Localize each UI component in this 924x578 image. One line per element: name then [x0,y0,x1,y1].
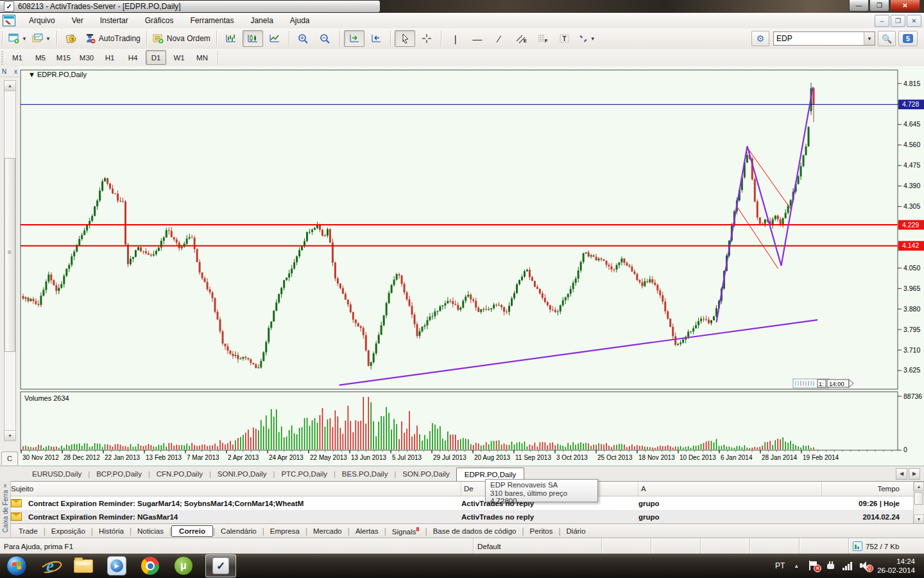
taskbar-media-player[interactable]: ▶ [100,554,133,578]
chart-tab-bcp-po-daily[interactable]: BCP.PO,Daily [90,468,148,480]
menu-item-ferramentas[interactable]: Ferramentas [182,14,242,27]
crosshair-tool-button[interactable] [416,30,437,47]
taskbar-chrome[interactable] [133,554,167,578]
timeframe-mn[interactable]: MN [192,50,212,65]
mail-row[interactable]: Contract Expiration Reminder: SugarMar14… [0,496,924,510]
toolbox-tab-alertas[interactable]: Alertas [350,526,384,536]
zoom-in-button[interactable] [293,30,314,47]
speaker-muted-icon[interactable]: ⃠ [860,561,871,571]
timeframe-m15[interactable]: M15 [53,50,74,65]
timeframe-d1[interactable]: D1 [146,50,166,65]
toolbox-tab-exposição[interactable]: Exposição [46,526,91,536]
timeframe-m1[interactable]: M1 [7,50,28,65]
tray-clock[interactable]: 14:24 26-02-2014 [877,557,915,575]
timeframe-w1[interactable]: W1 [169,50,189,65]
toolbox-tab-mercado[interactable]: Mercado [307,526,348,536]
scroll-down-icon[interactable]: ▼ [4,430,15,441]
toolbox-tab-trade[interactable]: Trade [13,526,44,536]
text-tool-button[interactable]: T [554,30,575,47]
navigator-scrollbar[interactable]: ▲ ▼ [4,80,16,441]
trendline-tool-button[interactable]: ∕ [489,30,509,47]
fibonacci-tool-button[interactable]: F [533,30,553,47]
cursor-tool-button[interactable] [395,30,415,47]
status-profile[interactable]: Default [473,538,601,554]
toolbox-tab-história[interactable]: História [93,526,130,536]
notifications-button[interactable]: 5 [898,31,918,46]
mdi-minimize-button[interactable]: – [875,15,889,27]
tab-scroll-right-icon[interactable]: ▶ [909,468,920,480]
chevron-down-icon[interactable]: ▼ [864,32,875,45]
taskbar-internet-explorer[interactable]: e [33,554,67,578]
scroll-up-icon[interactable]: ▲ [4,81,15,91]
autotrading-button[interactable]: AutoTrading [83,30,142,47]
toolbox-tab-calendário[interactable]: Calendário [215,526,262,536]
chart-tab-soni-po-daily[interactable]: SONI.PO,Daily [211,468,273,480]
gear-icon-button[interactable]: ⚙ [751,31,769,46]
chart-shift-button[interactable] [366,30,386,47]
zoom-out-button[interactable] [315,30,336,47]
mail-column-to[interactable]: A [638,482,822,496]
mail-column-subject[interactable]: Sujeito [0,482,461,496]
minimize-button[interactable]: — [849,0,869,12]
chart-tab-ptc-po-daily[interactable]: PTC.PO,Daily [275,468,334,480]
menu-item-ajuda[interactable]: Ajuda [282,14,318,27]
taskbar-activtrades-active[interactable]: ✓ [205,554,236,577]
language-indicator[interactable]: PT [775,561,785,570]
tray-expand-icon[interactable]: ▲ [794,563,799,569]
toolbox-vertical-tab[interactable]: x Caixa de Ferra [0,481,11,538]
timeframe-h1[interactable]: H1 [99,50,120,65]
channel-tool-button[interactable]: E [511,30,531,47]
power-plug-icon[interactable] [825,561,836,571]
profiles-button[interactable]: ▼ [30,30,53,47]
scroll-up-icon[interactable]: ▲ [914,482,924,491]
toolbox-tab-empresa[interactable]: Empresa [264,526,305,536]
tab-scroll-left-icon[interactable]: ◀ [896,468,907,480]
new-order-button[interactable]: Nova Ordem [151,30,212,47]
start-button[interactable] [0,554,33,578]
close-button[interactable]: ✕ [890,0,920,12]
menu-item-arquivo[interactable]: Arquivo [21,14,64,27]
toolbox-tab-correio[interactable]: Correio [171,525,213,537]
mail-scrollbar[interactable]: ▲ ▼ [913,482,924,524]
toolbox-tab-signals[interactable]: Signals8 [386,525,425,537]
close-icon[interactable]: x [14,68,17,75]
line-chart-mode-button[interactable] [264,30,285,47]
history-center-button[interactable]: 5 [61,30,81,47]
arrows-tool-button[interactable]: ▼ [576,30,597,47]
timeframe-m5[interactable]: M5 [30,50,51,65]
timeframe-m30[interactable]: M30 [76,50,97,65]
auto-scroll-button[interactable] [344,30,364,47]
timeframe-h4[interactable]: H4 [123,50,143,65]
taskbar-file-explorer[interactable] [67,554,100,578]
menu-item-gráficos[interactable]: Gráficos [137,14,182,27]
menu-item-ver[interactable]: Ver [64,14,92,27]
network-signal-icon[interactable] [843,561,853,571]
scrollbar-thumb[interactable] [4,158,15,352]
mail-column-time[interactable]: Tempo [822,482,914,496]
menu-item-janela[interactable]: Janela [242,14,281,27]
symbol-search-input[interactable] [774,33,864,44]
action-center-flag-icon[interactable]: ✕ [808,561,819,571]
bar-chart-mode-button[interactable] [221,30,241,47]
restore-button[interactable]: ❐ [869,0,889,12]
chart-tab-bes-po-daily[interactable]: BES.PO,Daily [336,468,395,480]
mdi-restore-button[interactable]: ❐ [891,15,905,27]
taskbar-utorrent[interactable]: µ [167,554,200,578]
toolbox-tab-diário[interactable]: Diário [561,526,592,536]
close-icon[interactable]: x [4,482,7,489]
chart-tab-eurusd-daily[interactable]: EURUSD,Daily [26,468,88,480]
mail-row[interactable]: Contract Expiration Reminder: NGasMar14A… [0,510,924,523]
toolbox-tab-noticias[interactable]: Noticias [132,526,169,536]
vertical-line-tool-button[interactable]: | [445,30,466,47]
scrollbar-thumb[interactable] [914,492,923,505]
scroll-down-icon[interactable]: ▼ [914,514,924,524]
candlestick-mode-button[interactable] [243,30,263,47]
toolbox-tab-peritos[interactable]: Peritos [524,526,559,536]
mdi-close-button[interactable]: ✕ [907,15,921,27]
chart-tab-son-po-daily[interactable]: SON.PO,Daily [396,468,456,480]
new-chart-button[interactable]: ▼ [6,30,29,47]
price-chart[interactable]: 4.8154.7304.6454.5604.4754.3904.3054.220… [19,66,924,466]
search-icon-button[interactable]: 🔍 [878,31,896,46]
collapsed-toolbox-tab[interactable]: C [1,451,18,465]
chart-tab-cfn-po-daily[interactable]: CFN.PO,Daily [150,468,209,480]
